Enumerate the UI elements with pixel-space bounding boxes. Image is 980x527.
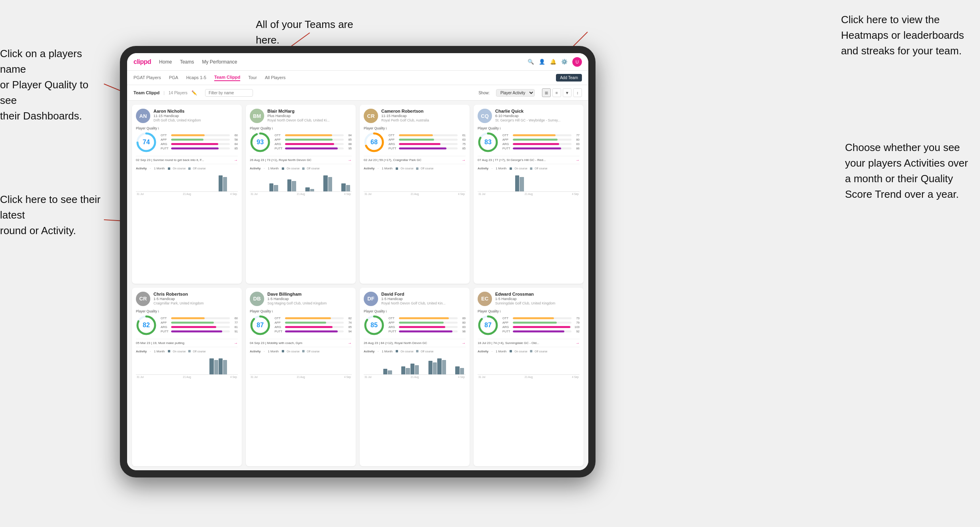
sort-button[interactable]: ↕ [573,88,582,97]
latest-round[interactable]: 02 Jul 23 | 59 (+17), Craigmillar Park G… [364,156,466,164]
user-icon[interactable]: 👤 [539,59,545,65]
quality-bars: OTT 89 APP 80 ARG 83 PUTT 96 [388,316,466,334]
subnav-pga[interactable]: PGA [169,75,178,81]
activity-section: Activity · 1 Month On course Off course [136,167,238,195]
player-card[interactable]: CR Cameron Robertson 11-15 Handicap Roya… [360,105,470,284]
player-card[interactable]: CR Chris Robertson 1-5 Handicap Craigmil… [132,288,242,467]
grid-view-button[interactable]: ⊞ [542,88,551,97]
player-header: CR Chris Robertson 1-5 Handicap Craigmil… [136,292,238,306]
latest-round[interactable]: 07 Aug 23 | 77 (+7), St George's Hill GC… [478,156,580,164]
quality-circle[interactable]: 68 [364,132,384,153]
nav-my-performance[interactable]: My Performance [202,59,237,65]
bell-icon[interactable]: 🔔 [550,59,556,65]
player-club: St. George's Hill GC - Weybridge - Surre… [495,118,580,122]
subnav-pgat[interactable]: PGAT Players [133,75,161,81]
ipad-frame: clippd Home Teams My Performance 🔍 👤 🔔 ⚙… [120,46,596,477]
nav-teams[interactable]: Teams [180,59,194,65]
player-header: EC Edward Crossman 1-5 Handicap Sunningd… [478,292,580,306]
nav-home[interactable]: Home [159,59,172,65]
player-club: Royal North Devon Golf Club, United Ki..… [267,118,352,122]
round-arrow-icon: → [576,158,580,162]
player-club: Craigmillar Park, United Kingdom [153,301,238,305]
quality-label: Player Quality ℹ [136,126,238,130]
show-selector[interactable]: Player Activity Quality Trend [496,89,535,97]
quality-section: 85 OTT 89 APP 80 ARG 83 [364,315,466,336]
activity-chart [250,172,352,192]
subnav-tour[interactable]: Tour [248,75,257,81]
quality-circle[interactable]: 85 [364,315,384,336]
latest-round[interactable]: 18 Jul 23 | 74 (+4), Sunningdale GC - Ol… [478,339,580,347]
player-handicap: Plus Handicap [267,114,352,118]
latest-round[interactable]: 26 Aug 23 | 84 (+12), Royal North Devon … [364,339,466,347]
quality-circle[interactable]: 83 [478,132,498,153]
player-name[interactable]: Aaron Nicholls [153,109,238,113]
quality-circle[interactable]: 93 [250,132,271,153]
latest-round[interactable]: 05 Mar 23 | 19, Must make putting → [136,339,238,347]
edit-icon[interactable]: ✏️ [191,90,197,95]
show-label: Show: [478,91,490,95]
player-handicap: 6-10 Handicap [495,114,580,118]
quality-label: Player Quality ℹ [478,126,580,130]
settings-icon[interactable]: ⚙️ [561,59,568,65]
quality-label: Player Quality ℹ [250,309,352,313]
player-handicap: 11-15 Handicap [153,114,238,118]
quality-label: Player Quality ℹ [478,309,580,313]
round-arrow-icon: → [462,341,466,345]
latest-round[interactable]: 04 Sep 23 | Mobility with coach, Gym → [250,339,352,347]
quality-section: 87 OTT 82 APP 74 ARG 85 [250,315,352,336]
player-header: DB Dave Billingham 1-5 Handicap Sog Magi… [250,292,352,306]
subnav-hcaps[interactable]: Hcaps 1-5 [186,75,206,81]
add-team-button[interactable]: Add Team [556,74,582,82]
player-avatar: BM [250,109,264,123]
subnav-all-players[interactable]: All Players [265,75,286,81]
player-avatar: DF [364,292,378,306]
player-card[interactable]: CQ Charlie Quick 6-10 Handicap St. Georg… [474,105,584,284]
player-name[interactable]: Charlie Quick [495,109,580,113]
subnav-team-clippd[interactable]: Team Clippd [214,75,240,81]
player-card[interactable]: DF David Ford 1-5 Handicap Royal North D… [360,288,470,467]
player-card[interactable]: DB Dave Billingham 1-5 Handicap Sog Magi… [246,288,356,467]
player-name[interactable]: Dave Billingham [267,292,352,296]
quality-circle[interactable]: 82 [136,315,157,336]
player-avatar: DB [250,292,264,306]
table-view-button[interactable]: ≡ [552,88,561,97]
player-name[interactable]: Edward Crossman [495,292,580,296]
filter-button[interactable]: ▼ [563,88,572,97]
round-arrow-icon: → [348,158,352,162]
player-name[interactable]: Blair McHarg [267,109,352,113]
latest-round[interactable]: 02 Sep 23 | Sunrise round to get back in… [136,156,238,164]
player-name[interactable]: David Ford [381,292,466,296]
round-arrow-icon: → [234,341,238,345]
quality-score: 68 [370,139,378,146]
player-card[interactable]: EC Edward Crossman 1-5 Handicap Sunningd… [474,288,584,467]
quality-score: 82 [143,322,150,329]
activity-chart [250,355,352,375]
latest-round[interactable]: 26 Aug 23 | 73 (+1), Royal North Devon G… [250,156,352,164]
quality-bars: OTT 60 APP 58 ARG 84 PUTT 85 [161,133,238,151]
player-header: DF David Ford 1-5 Handicap Royal North D… [364,292,466,306]
activity-section: Activity · 1 Month On course Off course [136,350,238,378]
quality-bars: OTT 73 APP 79 ARG 103 PUTT 92 [502,316,580,334]
player-name[interactable]: Cameron Robertson [381,109,466,113]
annotation-top-center: All of your Teams are here. [256,17,360,48]
player-card[interactable]: AN Aaron Nicholls 11-15 Handicap Drift G… [132,105,242,284]
player-handicap: 1-5 Handicap [153,297,238,301]
quality-circle[interactable]: 87 [250,315,271,336]
activity-section: Activity · 1 Month On course Off course [250,350,352,378]
activity-section: Activity · 1 Month On course Off course [478,167,580,195]
player-card[interactable]: BM Blair McHarg Plus Handicap Royal Nort… [246,105,356,284]
quality-circle[interactable]: 87 [478,315,498,336]
quality-bars: OTT 82 APP 74 ARG 85 PUTT 94 [275,316,352,334]
quality-circle[interactable]: 74 [136,132,157,153]
quality-score: 93 [257,139,264,146]
annotation-left-bottom: Click here to see their latest round or … [0,192,104,239]
player-avatar: CQ [478,109,492,123]
quality-section: 68 OTT 61 APP 63 ARG 75 [364,132,466,153]
player-name[interactable]: Chris Robertson [153,292,238,296]
search-icon[interactable]: 🔍 [528,59,534,65]
user-avatar[interactable]: U [572,57,582,67]
filter-search[interactable] [205,89,253,97]
activity-chart [136,355,238,375]
player-avatar: EC [478,292,492,306]
player-avatar: CR [364,109,378,123]
